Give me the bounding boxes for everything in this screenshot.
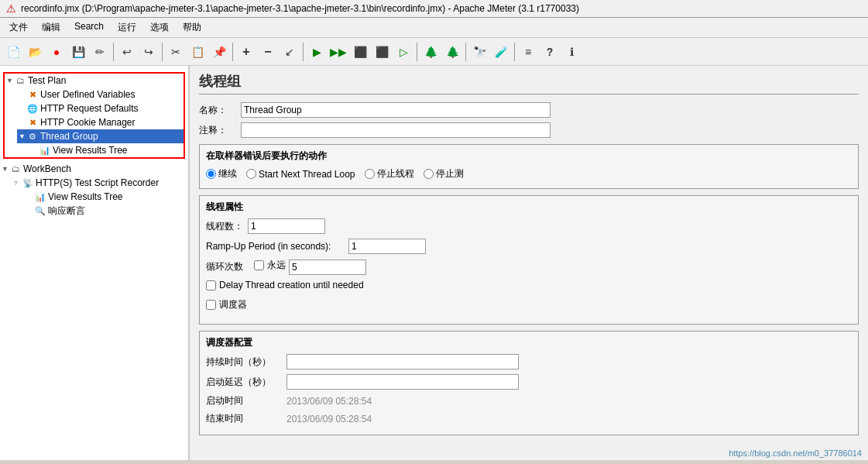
- stop-red-button[interactable]: ●: [46, 42, 67, 62]
- info-button[interactable]: ℹ: [561, 42, 582, 62]
- ramp-up-label: Ramp-Up Period (in seconds):: [206, 241, 345, 252]
- loop-count-input[interactable]: [289, 259, 366, 275]
- loop-label: 循环次数: [206, 260, 245, 273]
- title-icon: ⚠: [6, 2, 16, 15]
- radio-stop-test-input[interactable]: [424, 169, 434, 179]
- start-time-value: 2013/06/09 05:28:54: [286, 396, 372, 407]
- right-panel: 线程组 名称： 注释： 在取样器错误后要执行的动作 继续 Start Next …: [190, 66, 868, 460]
- duration-input[interactable]: [286, 354, 519, 369]
- menu-options[interactable]: 选项: [144, 19, 175, 36]
- panel-title: 线程组: [199, 72, 859, 95]
- scheduler-check[interactable]: 调度器: [206, 298, 247, 311]
- scheduler-label: 调度器: [219, 298, 247, 311]
- end-time-label: 结束时间: [206, 412, 283, 425]
- http-defaults-icon: 🌐: [26, 102, 39, 115]
- save-button[interactable]: 💾: [68, 42, 88, 62]
- start-delay-input[interactable]: [286, 374, 519, 390]
- user-vars-icon: ✖: [26, 88, 39, 101]
- tree-item-view-results[interactable]: 📊 View Results Tree: [29, 143, 184, 157]
- run-button[interactable]: ▶: [307, 42, 327, 62]
- menu-file[interactable]: 文件: [3, 19, 34, 36]
- cut-button[interactable]: ✂: [166, 42, 186, 62]
- name-row: 名称：: [199, 102, 859, 118]
- watermark: https://blog.csdn.net/m0_37786014: [729, 449, 862, 458]
- tree-item-http-cookie[interactable]: ✖ HTTP Cookie Manager: [17, 115, 184, 129]
- tree-item-response[interactable]: 🔍 响应断言: [25, 204, 188, 218]
- recorder-label: HTTP(S) Test Script Recorder: [36, 177, 159, 188]
- new-button[interactable]: 📄: [3, 42, 23, 62]
- tree-item-http-defaults[interactable]: 🌐 HTTP Request Defaults: [17, 101, 184, 115]
- delay-creation-check[interactable]: Delay Thread creation until needed: [206, 280, 364, 290]
- radio-next-thread-input[interactable]: [246, 169, 256, 179]
- http-defaults-label: HTTP Request Defaults: [40, 103, 139, 114]
- flask-button[interactable]: 🧪: [491, 42, 511, 62]
- undo-button[interactable]: ↩: [117, 42, 137, 62]
- thread-count-input[interactable]: [248, 218, 325, 234]
- stop2-button[interactable]: ⬛: [372, 42, 392, 62]
- tree-item-thread-group[interactable]: ▼ ⚙ Thread Group: [17, 129, 184, 143]
- duration-label: 持续时间（秒）: [206, 356, 283, 369]
- radio-stop-thread-input[interactable]: [365, 169, 375, 179]
- redo-button[interactable]: ↪: [139, 42, 159, 62]
- add-button[interactable]: +: [236, 42, 256, 62]
- open-button[interactable]: 📂: [25, 42, 45, 62]
- scheduler-config-title: 调度器配置: [206, 336, 852, 349]
- title-text: recordinfo.jmx (D:\Program\apache-jmeter…: [21, 3, 579, 14]
- delay-creation-input[interactable]: [206, 280, 216, 290]
- tree-item-recorder[interactable]: ? 📡 HTTP(S) Test Script Recorder: [12, 176, 188, 190]
- binoculars-button[interactable]: 🔭: [469, 42, 489, 62]
- remote-run-button[interactable]: ▷: [393, 42, 413, 62]
- main-layout: ▼ 🗂 Test Plan ✖ User Defined Variables 🌐…: [0, 66, 868, 460]
- tree2-button[interactable]: 🌲: [442, 42, 462, 62]
- tree-item-view-results2[interactable]: 📊 View Results Tree: [25, 190, 188, 204]
- radio-continue-input[interactable]: [206, 169, 216, 179]
- menu-edit[interactable]: 编辑: [36, 19, 67, 36]
- menu-bar: 文件 编辑 Search 运行 选项 帮助: [0, 18, 868, 38]
- workbench-label: WorkBench: [23, 163, 71, 174]
- comment-row: 注释：: [199, 122, 859, 138]
- action-section: 在取样器错误后要执行的动作 继续 Start Next Thread Loop …: [199, 144, 859, 189]
- view-results-label: View Results Tree: [53, 145, 128, 156]
- tree-button[interactable]: 🌲: [420, 42, 441, 62]
- title-bar: ⚠ recordinfo.jmx (D:\Program\apache-jmet…: [0, 0, 868, 18]
- radio-next-thread[interactable]: Start Next Thread Loop: [246, 169, 355, 180]
- tree-item-user-vars[interactable]: ✖ User Defined Variables: [17, 88, 184, 101]
- name-input[interactable]: [241, 102, 551, 118]
- edit-button[interactable]: ✏: [90, 42, 110, 62]
- run-all-button[interactable]: ▶▶: [328, 42, 348, 62]
- thread-group-label: Thread Group: [40, 131, 98, 142]
- loop-forever-check[interactable]: 永远: [254, 259, 286, 272]
- radio-stop-test-label: 停止测: [436, 167, 464, 180]
- question-button[interactable]: ?: [540, 42, 560, 62]
- tree-item-test-plan[interactable]: ▼ 🗂 Test Plan: [5, 74, 184, 88]
- paste-button[interactable]: 📌: [209, 42, 229, 62]
- start-time-label: 启动时间: [206, 394, 283, 407]
- loop-row: 循环次数 永远: [206, 259, 852, 275]
- menu-help[interactable]: 帮助: [177, 19, 208, 36]
- tree-item-workbench[interactable]: ▼ 🗂 WorkBench: [0, 162, 188, 176]
- loop-forever-label: 永远: [267, 259, 286, 272]
- radio-stop-test[interactable]: 停止测: [424, 167, 464, 180]
- response-label: 响应断言: [48, 205, 85, 218]
- log-button[interactable]: ≡: [518, 42, 538, 62]
- start-delay-label: 启动延迟（秒）: [206, 376, 283, 389]
- toolbar-sep-4: [303, 43, 304, 61]
- stop-button[interactable]: ⬛: [350, 42, 370, 62]
- menu-run[interactable]: 运行: [112, 19, 142, 36]
- loop-forever-input[interactable]: [254, 260, 264, 270]
- clear-button[interactable]: ↙: [280, 42, 300, 62]
- toolbar: 📄 📂 ● 💾 ✏ ↩ ↪ ✂ 📋 📌 + − ↙ ▶ ▶▶ ⬛ ⬛ ▷ 🌲 🌲…: [0, 38, 868, 66]
- name-label: 名称：: [199, 104, 238, 117]
- remove-button[interactable]: −: [258, 42, 278, 62]
- ramp-up-input[interactable]: [348, 239, 426, 254]
- menu-search[interactable]: Search: [68, 19, 110, 36]
- scheduler-input[interactable]: [206, 300, 216, 310]
- left-panel: ▼ 🗂 Test Plan ✖ User Defined Variables 🌐…: [0, 66, 190, 460]
- comment-input[interactable]: [241, 122, 551, 138]
- radio-continue[interactable]: 继续: [206, 167, 237, 180]
- radio-stop-thread[interactable]: 停止线程: [365, 167, 414, 180]
- copy-button[interactable]: 📋: [187, 42, 208, 62]
- radio-next-thread-label: Start Next Thread Loop: [259, 169, 355, 180]
- comment-label: 注释：: [199, 124, 238, 137]
- view-results2-label: View Results Tree: [48, 191, 123, 202]
